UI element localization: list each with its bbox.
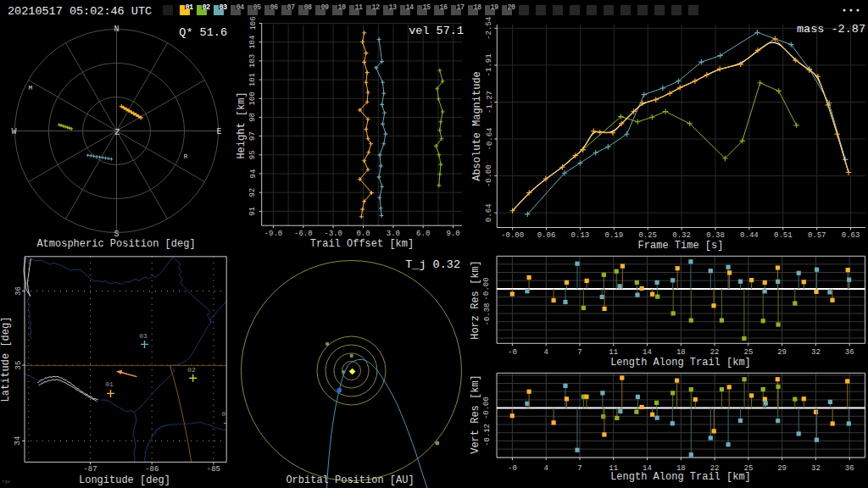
svg-text:02: 02: [203, 3, 211, 12]
svg-text:22: 22: [710, 348, 720, 357]
svg-text:95: 95: [249, 150, 258, 159]
svg-text:0.38: 0.38: [706, 231, 725, 240]
svg-text:0.51: 0.51: [774, 231, 793, 240]
svg-text:T_j 0.32: T_j 0.32: [405, 258, 460, 271]
svg-text:29: 29: [777, 464, 787, 473]
svg-text:36: 36: [14, 286, 23, 296]
svg-text:0.64: 0.64: [486, 203, 494, 222]
svg-text:34: 34: [14, 436, 23, 446]
svg-text:-9.0: -9.0: [264, 230, 283, 238]
svg-text:97: 97: [249, 131, 258, 141]
svg-text:3.0: 3.0: [387, 230, 400, 238]
svg-text:-6.0: -6.0: [294, 230, 313, 238]
svg-text:0.13: 0.13: [571, 231, 590, 240]
svg-text:-0: -0: [508, 348, 517, 357]
svg-text:03: 03: [220, 3, 228, 12]
svg-text:94: 94: [249, 169, 258, 179]
svg-text:29: 29: [777, 348, 787, 357]
svg-text:Z: Z: [114, 127, 120, 137]
svg-text:10: 10: [338, 3, 347, 12]
svg-text:-2.54: -2.54: [486, 17, 494, 40]
svg-text:Height [km]: Height [km]: [236, 92, 248, 158]
svg-text:E: E: [216, 127, 221, 136]
svg-text:Length Along Trail [km]: Length Along Trail [km]: [610, 471, 751, 483]
svg-text:-0.64: -0.64: [486, 127, 494, 150]
svg-text:35: 35: [14, 361, 23, 370]
svg-text:Frame Time [s]: Frame Time [s]: [638, 240, 724, 252]
svg-text:Horz Res [km]: Horz Res [km]: [470, 260, 481, 340]
svg-text:-85: -85: [207, 465, 220, 474]
svg-text:92: 92: [249, 188, 258, 197]
svg-text:0.0: 0.0: [356, 230, 370, 238]
svg-text:32: 32: [811, 348, 821, 357]
svg-text:9.0: 9.0: [446, 230, 459, 238]
svg-text:103: 103: [249, 54, 258, 68]
svg-text:05: 05: [253, 3, 262, 12]
svg-text:06: 06: [270, 3, 279, 12]
svg-text:104: 104: [249, 36, 258, 49]
svg-text:0.06: 0.06: [537, 231, 556, 240]
svg-text:R: R: [184, 152, 188, 160]
svg-text:13: 13: [389, 3, 398, 12]
svg-text:14: 14: [406, 3, 415, 12]
svg-text:4: 4: [543, 464, 548, 473]
svg-text:N: N: [114, 25, 119, 34]
svg-text:20210517 05:02:46 UTC: 20210517 05:02:46 UTC: [8, 5, 152, 18]
svg-text:-0.38: -0.38: [483, 302, 492, 325]
svg-text:-0.00: -0.00: [483, 277, 492, 300]
svg-text:-0: -0: [508, 464, 517, 473]
svg-text:25: 25: [743, 348, 753, 357]
svg-text:7: 7: [577, 464, 581, 473]
svg-text:0.63: 0.63: [842, 231, 860, 240]
svg-text:04: 04: [236, 3, 245, 12]
svg-text:rgw: rgw: [2, 479, 11, 485]
svg-text:-0.12: -0.12: [483, 424, 492, 446]
svg-text:-0.00: -0.00: [486, 164, 494, 187]
svg-text:14: 14: [643, 348, 652, 357]
svg-text:Trail Offset [km]: Trail Offset [km]: [310, 238, 414, 250]
svg-text:Atmospheric Position [deg]: Atmospheric Position [deg]: [36, 238, 195, 250]
svg-text:12: 12: [372, 3, 381, 12]
svg-text:07: 07: [287, 3, 296, 12]
svg-text:Vert Res [km]: Vert Res [km]: [470, 374, 481, 454]
svg-text:-87: -87: [83, 465, 97, 474]
svg-text:16: 16: [440, 3, 448, 12]
svg-text:101: 101: [249, 73, 258, 86]
svg-text:17: 17: [457, 3, 465, 12]
svg-text:09: 09: [321, 3, 330, 12]
svg-text:-86: -86: [145, 465, 159, 474]
svg-text:vel 57.1: vel 57.1: [409, 25, 464, 37]
svg-text:08: 08: [304, 3, 313, 12]
svg-text:36: 36: [845, 348, 854, 357]
svg-text:106: 106: [249, 16, 258, 30]
svg-text:03: 03: [139, 332, 147, 340]
svg-text:Latitude [deg]: Latitude [deg]: [0, 317, 12, 402]
svg-text:0.25: 0.25: [638, 231, 657, 240]
svg-text:-1.27: -1.27: [486, 91, 494, 114]
svg-text:0.44: 0.44: [740, 231, 759, 240]
svg-text:01: 01: [105, 380, 114, 388]
svg-text:0: 0: [222, 410, 226, 418]
svg-text:11: 11: [609, 348, 618, 357]
svg-text:91: 91: [249, 207, 258, 216]
svg-text:Orbital Position [AU]: Orbital Position [AU]: [286, 474, 414, 486]
svg-text:7: 7: [577, 348, 581, 357]
svg-text:M: M: [29, 84, 33, 92]
svg-text:Q* 51.6: Q* 51.6: [179, 26, 227, 39]
svg-text:0.57: 0.57: [808, 231, 826, 240]
svg-text:-1.91: -1.91: [486, 53, 494, 76]
svg-text:98: 98: [249, 113, 258, 122]
svg-text:-0.00: -0.00: [501, 231, 524, 240]
svg-text:19: 19: [491, 3, 499, 12]
svg-text:18: 18: [474, 3, 482, 12]
svg-text:4: 4: [543, 348, 548, 357]
svg-text:01: 01: [186, 3, 194, 12]
svg-text:mass -2.87: mass -2.87: [797, 23, 865, 36]
svg-text:32: 32: [811, 464, 821, 473]
svg-text:-3.0: -3.0: [324, 230, 342, 238]
svg-text:W: W: [11, 127, 16, 136]
svg-text:Absolute Magnitude: Absolute Magnitude: [471, 71, 483, 181]
svg-text:02: 02: [187, 366, 196, 374]
svg-text:11: 11: [355, 3, 364, 12]
svg-text:36: 36: [845, 464, 854, 473]
